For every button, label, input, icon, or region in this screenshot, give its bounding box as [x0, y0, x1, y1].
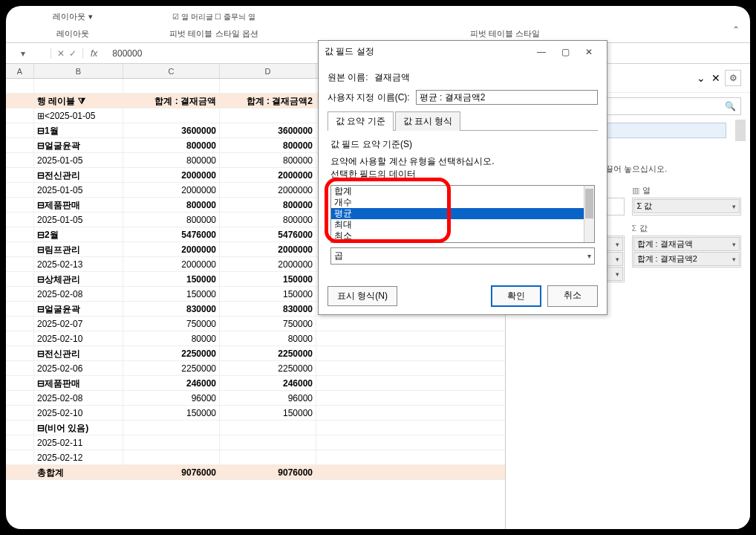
- col-header-c[interactable]: C: [123, 64, 220, 78]
- cancel-button[interactable]: 취소: [547, 285, 598, 307]
- pane-close-icon[interactable]: ✕: [711, 72, 720, 84]
- table-row[interactable]: ⊟전신관리22500002250000: [6, 346, 505, 361]
- custom-name-input[interactable]: [416, 90, 598, 105]
- calc-option[interactable]: 평균: [331, 208, 594, 219]
- tab-show-values-as[interactable]: 값 표시 형식: [395, 111, 461, 131]
- table-row[interactable]: 2025-02-11: [6, 435, 505, 450]
- number-format-button[interactable]: 표시 형식(N): [328, 286, 397, 306]
- table-row[interactable]: 2025-02-12: [6, 450, 505, 465]
- name-box-dropdown-icon[interactable]: ▾: [6, 48, 50, 59]
- style-options-checks[interactable]: ☑ 열 머리글 ☐ 줄무늬 열: [154, 12, 273, 22]
- ribbon-label-layout: 레이아웃: [21, 28, 125, 39]
- dialog-minimize-icon[interactable]: ―: [529, 47, 553, 57]
- value-field-settings-dialog: 값 필드 설정 ― ▢ ✕ 원본 이름: 결재금액 사용자 지정 이름(C): …: [318, 40, 607, 315]
- ribbon-group-layout: 레이아웃 ▾ 레이아웃: [6, 11, 140, 42]
- area-label-columns: 열: [642, 186, 651, 195]
- summarize-heading: 값 필드 요약 기준(S): [330, 138, 595, 151]
- source-name-value: 결재금액: [374, 71, 410, 84]
- table-row[interactable]: 2025-02-10150000150000: [6, 406, 505, 421]
- table-row[interactable]: 2025-02-089600096000: [6, 391, 505, 406]
- table-row[interactable]: 2025-02-108000080000: [6, 331, 505, 346]
- ok-button[interactable]: 확인: [491, 285, 541, 307]
- ribbon-collapse-icon[interactable]: ⌃: [722, 17, 750, 42]
- calc-combo[interactable]: 곱 ▾: [330, 247, 595, 265]
- listbox-scrollbar[interactable]: [584, 186, 594, 242]
- dialog-title: 값 필드 설정: [325, 45, 529, 58]
- col-header-a[interactable]: A: [6, 64, 34, 78]
- dialog-close-icon[interactable]: ✕: [577, 47, 601, 57]
- table-row[interactable]: ⊟(비어 있음): [6, 421, 505, 435]
- summarize-hint: 요약에 사용할 계산 유형을 선택하십시오.: [330, 155, 595, 168]
- calc-option[interactable]: 합계: [331, 186, 594, 197]
- calc-option[interactable]: 개수: [331, 197, 594, 208]
- ribbon-group-style-options: ☑ 열 머리글 ☐ 줄무늬 열 피벗 테이블 스타일 옵션: [140, 12, 288, 42]
- values-item[interactable]: 합계 : 결재금액2▾: [633, 252, 740, 266]
- custom-name-label: 사용자 지정 이름(C):: [328, 91, 410, 104]
- area-label-values: 값: [639, 224, 648, 233]
- table-row[interactable]: ⊟제품판매246000246000: [6, 376, 505, 391]
- chevron-down-icon: ▾: [587, 252, 591, 260]
- summarize-hint2: 선택한 필드의 데이터: [330, 168, 595, 181]
- col-header-b[interactable]: B: [34, 64, 123, 78]
- values-item[interactable]: 합계 : 결재금액▾: [633, 237, 740, 251]
- calc-option[interactable]: 최소: [331, 230, 594, 241]
- calc-combo-value: 곱: [334, 250, 343, 262]
- field-list-scrollbar[interactable]: [735, 120, 746, 141]
- values-icon: Σ: [632, 224, 637, 233]
- ribbon: 레이아웃 ▾ 레이아웃 ☑ 열 머리글 ☐ 줄무늬 열 피벗 테이블 스타일 옵…: [6, 6, 750, 43]
- ribbon-label-style-options: 피벗 테이블 스타일 옵션: [154, 28, 273, 39]
- table-row[interactable]: 2025-02-0622500002250000: [6, 361, 505, 376]
- ribbon-label-table-style: 피벗 테이블 스타일: [303, 28, 707, 39]
- layout-combo[interactable]: 레이아웃 ▾: [21, 11, 125, 22]
- search-icon: 🔍: [725, 101, 736, 111]
- calc-type-listbox[interactable]: 합계개수평균최대최소: [330, 185, 595, 243]
- gear-icon[interactable]: ⚙: [725, 70, 741, 86]
- columns-icon: ▥: [632, 186, 639, 195]
- fx-icon[interactable]: fx: [83, 48, 105, 59]
- cancel-formula-icon[interactable]: ✕: [57, 48, 65, 59]
- dialog-maximize-icon[interactable]: ▢: [553, 47, 577, 57]
- table-row[interactable]: 2025-02-07750000750000: [6, 317, 505, 331]
- accept-formula-icon[interactable]: ✓: [69, 48, 76, 59]
- columns-area[interactable]: Σ 값▾: [632, 198, 742, 215]
- table-row[interactable]: 총합계90760009076000: [6, 465, 505, 480]
- tab-summarize-by[interactable]: 값 요약 기준: [328, 111, 394, 131]
- pane-expand-icon[interactable]: ⌄: [697, 72, 706, 84]
- columns-area-item[interactable]: Σ 값▾: [633, 199, 740, 213]
- col-header-d[interactable]: D: [220, 64, 316, 78]
- calc-option[interactable]: 최대: [331, 219, 594, 230]
- values-area[interactable]: 합계 : 결재금액▾ 합계 : 결재금액2▾: [632, 236, 742, 268]
- source-name-label: 원본 이름:: [328, 71, 368, 84]
